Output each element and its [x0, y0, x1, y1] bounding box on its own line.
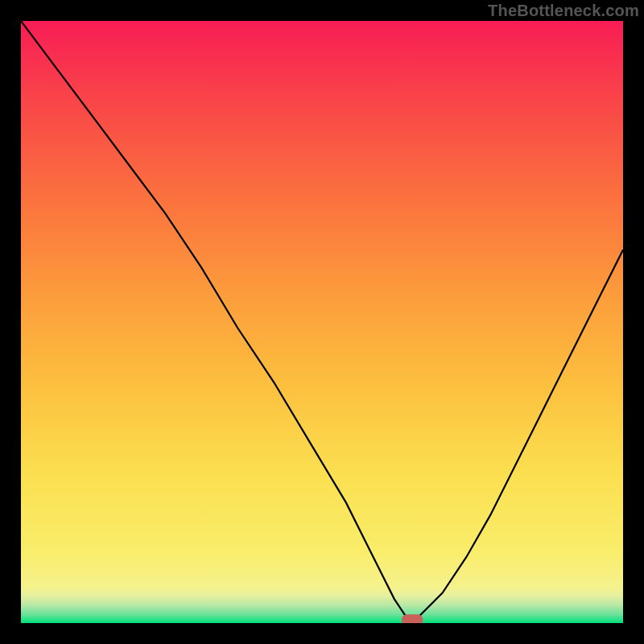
chart-frame: TheBottleneck.com	[0, 0, 644, 644]
gradient-background	[21, 21, 623, 623]
bottleneck-chart	[21, 21, 623, 623]
optimal-marker	[402, 614, 423, 623]
attribution-label: TheBottleneck.com	[488, 2, 639, 20]
plot-area	[21, 21, 623, 623]
